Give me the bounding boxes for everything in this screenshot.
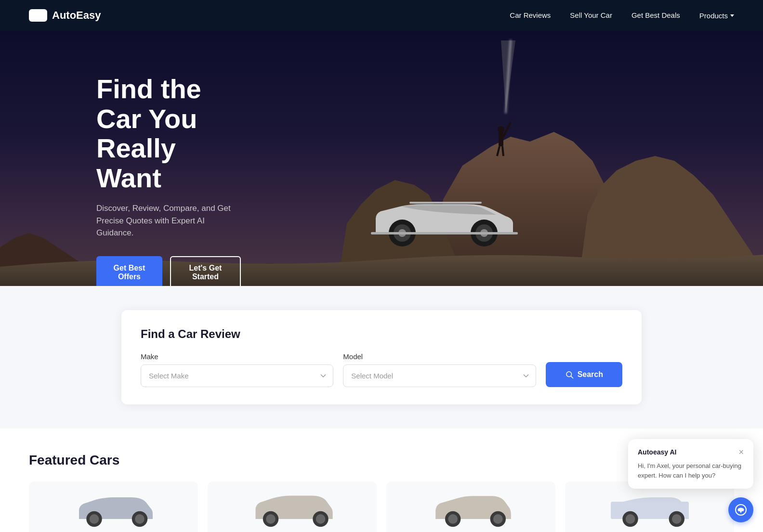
nav-item-deals[interactable]: Get Best Deals [631, 11, 680, 20]
chevron-down-icon [730, 14, 734, 17]
navbar: AutoEasy Car Reviews Sell Your Car Get B… [0, 0, 763, 31]
make-label: Make [141, 352, 333, 361]
nav-item-car-reviews[interactable]: Car Reviews [510, 11, 551, 20]
svg-line-19 [571, 376, 573, 378]
make-select[interactable]: Select Make Toyota Honda Ford BMW Merced… [141, 364, 333, 387]
featured-cars-grid [29, 481, 734, 532]
svg-line-9 [502, 146, 503, 156]
hero-subtitle: Discover, Review, Compare, and Get Preci… [96, 202, 241, 239]
brand-name: AutoEasy [52, 9, 101, 22]
model-form-group: Model Select Model Camry Civic F-150 [343, 352, 536, 387]
hero-content: Find the Car You Really Want Discover, R… [0, 31, 337, 286]
svg-rect-16 [371, 232, 518, 234]
svg-point-25 [266, 514, 276, 524]
svg-point-23 [135, 514, 145, 524]
search-card: Find a Car Review Make Select Make Toyot… [121, 310, 642, 404]
svg-point-31 [493, 514, 502, 524]
car-thumbnail-3 [428, 493, 514, 528]
car-thumbnail-2 [249, 493, 336, 528]
chat-close-button[interactable]: × [738, 448, 744, 456]
nav-item-products[interactable]: Products [699, 12, 734, 20]
chat-title: Autoeasy AI [638, 448, 676, 456]
car-thumbnail-1 [70, 493, 157, 528]
car-reviews-link[interactable]: Car Reviews [510, 11, 551, 19]
model-select[interactable]: Select Model Camry Civic F-150 [343, 364, 536, 387]
svg-rect-5 [499, 132, 503, 146]
svg-rect-0 [33, 13, 38, 18]
products-link[interactable]: Products [699, 12, 734, 20]
svg-point-6 [498, 126, 504, 133]
car-card-4[interactable] [565, 481, 734, 532]
hero-title: Find the Car You Really Want [96, 74, 241, 193]
brand-logo[interactable]: AutoEasy [29, 9, 101, 22]
get-best-offers-button[interactable]: Get Best Offers [96, 256, 162, 286]
svg-point-21 [89, 514, 99, 524]
search-icon [565, 370, 574, 379]
sell-your-car-link[interactable]: Sell Your Car [570, 11, 612, 19]
car-card-3[interactable] [386, 481, 555, 532]
logo-icon [29, 9, 47, 22]
search-card-title: Find a Car Review [141, 327, 622, 341]
chat-fab-button[interactable] [728, 497, 753, 522]
svg-rect-1 [39, 13, 43, 18]
search-button[interactable]: Search [546, 362, 622, 387]
svg-point-34 [625, 514, 635, 524]
chat-header: Autoeasy AI × [638, 448, 744, 456]
chat-widget: Autoeasy AI × Hi, I'm Axel, your persona… [628, 439, 753, 489]
svg-point-36 [671, 514, 681, 524]
get-best-deals-link[interactable]: Get Best Deals [631, 11, 680, 19]
search-form: Make Select Make Toyota Honda Ford BMW M… [141, 352, 622, 387]
chat-fab-icon [735, 504, 747, 516]
make-form-group: Make Select Make Toyota Honda Ford BMW M… [141, 352, 333, 387]
hero-buttons: Get Best Offers Let's Get Started [96, 256, 241, 286]
nav-item-sell[interactable]: Sell Your Car [570, 11, 612, 20]
chat-message: Hi, I'm Axel, your personal car-buying e… [638, 461, 744, 480]
nav-links: Car Reviews Sell Your Car Get Best Deals… [510, 11, 734, 20]
car-card-2[interactable] [208, 481, 377, 532]
lets-get-started-button[interactable]: Let's Get Started [170, 256, 241, 286]
svg-point-27 [316, 514, 325, 524]
search-section: Find a Car Review Make Select Make Toyot… [0, 286, 763, 428]
car-thumbnail-4 [606, 493, 693, 528]
hero-section: Find the Car You Really Want Discover, R… [0, 31, 763, 286]
svg-rect-17 [409, 202, 482, 204]
model-label: Model [343, 352, 536, 361]
svg-point-29 [448, 514, 458, 524]
car-card-1[interactable] [29, 481, 198, 532]
